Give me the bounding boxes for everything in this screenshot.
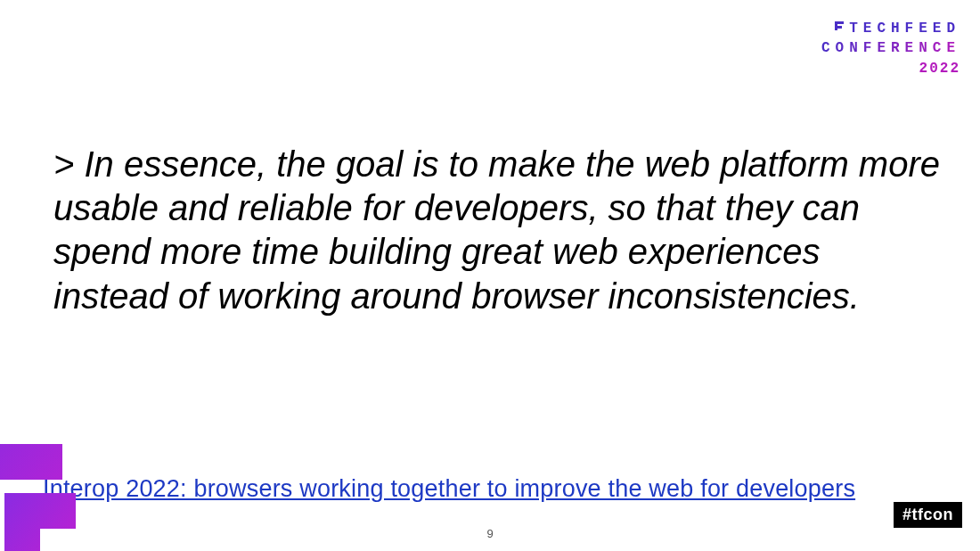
logo-line-1: TECHFEED — [821, 20, 960, 39]
logo-mark-icon — [833, 20, 845, 39]
conference-logo: TECHFEED CONFERENCE 2022 — [821, 20, 960, 79]
logo-text-1: TECHFEED — [849, 21, 960, 37]
hashtag-badge: #tfcon — [894, 502, 962, 528]
logo-line-2: CONFERENCE — [821, 39, 960, 59]
decorative-arrow-icon — [0, 391, 151, 551]
source-link[interactable]: Interop 2022: browsers working together … — [43, 475, 855, 503]
page-number: 9 — [486, 527, 493, 540]
logo-text-2: CONFERENCE — [821, 39, 960, 59]
slide: TECHFEED CONFERENCE 2022 > In essence, t… — [0, 0, 980, 551]
main-quote: > In essence, the goal is to make the we… — [53, 143, 944, 318]
logo-year: 2022 — [821, 60, 960, 79]
